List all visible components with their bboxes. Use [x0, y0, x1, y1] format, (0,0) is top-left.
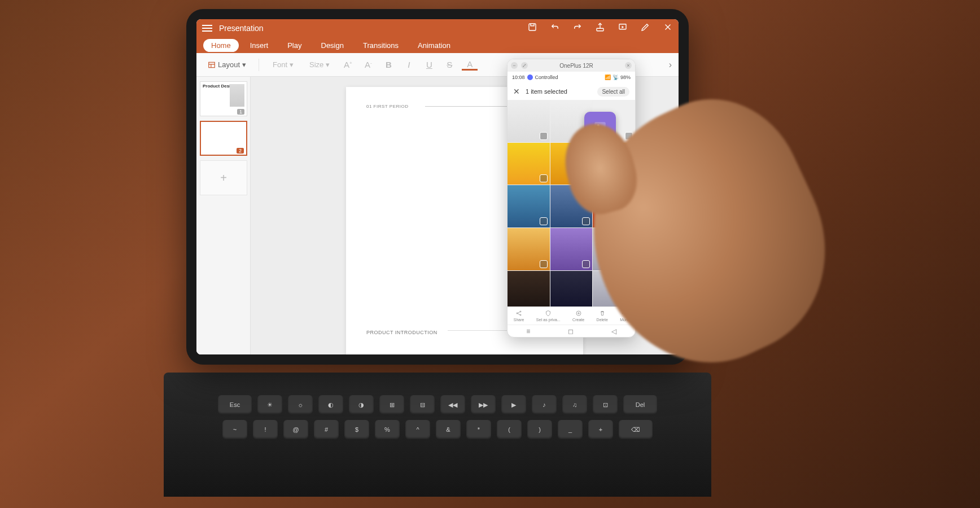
key[interactable]: ⊟ — [410, 395, 435, 414]
increase-font-button[interactable]: A+ — [340, 60, 356, 69]
key[interactable]: ⌫ — [619, 420, 653, 439]
tab-insert[interactable]: Insert — [242, 39, 277, 52]
key[interactable]: ☼ — [288, 395, 313, 414]
key[interactable]: & — [436, 420, 461, 439]
tab-transitions[interactable]: Transitions — [355, 39, 406, 52]
nav-menu-icon[interactable]: ≡ — [526, 327, 530, 335]
close-icon[interactable] — [663, 22, 673, 34]
svg-point-11 — [624, 313, 625, 314]
checkbox-icon[interactable] — [540, 132, 548, 140]
key[interactable]: ◀◀ — [440, 395, 465, 414]
layout-button[interactable]: Layout ▾ — [203, 58, 251, 71]
redo-icon[interactable] — [572, 22, 583, 34]
export-icon[interactable] — [595, 22, 605, 34]
photo-item[interactable] — [593, 228, 635, 270]
key[interactable]: ♪ — [532, 395, 557, 414]
app-title: Presentation — [219, 24, 264, 33]
tab-animation[interactable]: Animation — [410, 39, 458, 52]
key[interactable]: $ — [344, 420, 369, 439]
menu-icon[interactable] — [202, 25, 212, 32]
add-slide-button[interactable]: + — [200, 160, 247, 195]
key[interactable]: # — [314, 420, 339, 439]
undo-icon[interactable] — [550, 22, 560, 34]
edit-icon[interactable] — [640, 22, 650, 34]
tab-design[interactable]: Design — [313, 39, 352, 52]
photo-item[interactable] — [550, 228, 593, 270]
expand-icon[interactable]: ⤢ — [521, 62, 528, 69]
key[interactable]: ⊞ — [379, 395, 404, 414]
key[interactable]: ♫ — [562, 395, 587, 414]
key[interactable]: ( — [497, 420, 522, 439]
nav-home-icon[interactable]: ◻ — [568, 327, 574, 335]
photo-item[interactable] — [550, 271, 593, 306]
key[interactable]: * — [466, 420, 491, 439]
underline-button[interactable]: U — [421, 60, 437, 69]
photo-item[interactable] — [550, 185, 593, 227]
delete-button[interactable]: Delete — [597, 310, 608, 322]
checkbox-icon[interactable] — [582, 260, 590, 268]
checkbox-icon[interactable] — [540, 217, 548, 225]
key[interactable]: Del — [623, 395, 657, 414]
key[interactable]: Esc — [218, 395, 252, 414]
photo-item[interactable] — [593, 185, 635, 227]
key[interactable]: ▶ — [501, 395, 526, 414]
checkbox-icon[interactable] — [540, 174, 548, 182]
photo-item[interactable] — [508, 185, 550, 227]
key[interactable]: ⊡ — [593, 395, 618, 414]
key[interactable]: ☀ — [257, 395, 282, 414]
tab-home[interactable]: Home — [203, 39, 239, 52]
bold-button[interactable]: B — [380, 60, 396, 69]
key[interactable]: % — [375, 420, 400, 439]
tab-play[interactable]: Play — [279, 39, 309, 52]
photo-item[interactable] — [593, 271, 635, 306]
minimize-icon[interactable]: − — [511, 62, 518, 69]
checkbox-icon[interactable] — [625, 260, 633, 268]
checkbox-icon[interactable] — [582, 174, 590, 182]
checkbox-icon[interactable] — [582, 217, 590, 225]
photo-item[interactable] — [593, 143, 635, 185]
slide-thumb-1[interactable]: Product Design 1 — [200, 81, 247, 116]
font-color-button[interactable]: A — [462, 59, 478, 71]
key[interactable]: ▶▶ — [471, 395, 496, 414]
set-private-button[interactable]: Set as priva... — [536, 310, 561, 322]
checkbox-icon[interactable] — [625, 217, 633, 225]
create-button[interactable]: Create — [572, 310, 584, 322]
key[interactable]: @ — [283, 420, 308, 439]
photo-item[interactable] — [508, 143, 550, 185]
key[interactable]: ^ — [405, 420, 430, 439]
thumb-image — [230, 84, 244, 107]
toolbar-more-icon[interactable]: › — [669, 60, 672, 70]
divider — [259, 59, 259, 71]
photo-item[interactable] — [550, 143, 593, 185]
strikethrough-button[interactable]: S — [441, 60, 457, 69]
decrease-font-button[interactable]: A- — [360, 60, 376, 69]
key[interactable]: ~ — [222, 420, 247, 439]
font-selector[interactable]: Font ▾ — [267, 58, 299, 71]
key[interactable]: ) — [527, 420, 552, 439]
save-icon[interactable] — [527, 22, 537, 34]
phone-mirror-popup[interactable]: − ⤢ OnePlus 12R × 10:08 Controlled 📶 📡 9… — [507, 59, 636, 338]
key[interactable]: ◐ — [318, 395, 343, 414]
photo-item[interactable] — [508, 271, 550, 306]
share-button[interactable]: Share — [514, 310, 524, 322]
present-icon[interactable] — [618, 22, 628, 34]
close-icon[interactable]: × — [625, 62, 632, 69]
thumb-number: 2 — [237, 148, 244, 154]
key[interactable]: ! — [253, 420, 278, 439]
key[interactable]: _ — [558, 420, 583, 439]
nav-back-icon[interactable]: ◁ — [611, 327, 616, 335]
photo-item[interactable] — [508, 100, 550, 142]
key[interactable]: + — [588, 420, 613, 439]
italic-button[interactable]: I — [401, 60, 417, 69]
size-selector[interactable]: Size ▾ — [304, 58, 335, 71]
size-label: Size — [309, 60, 323, 69]
cancel-selection-icon[interactable]: ✕ — [513, 87, 520, 96]
checkbox-icon[interactable] — [625, 132, 633, 140]
select-all-button[interactable]: Select all — [597, 87, 629, 97]
more-button[interactable]: More — [620, 310, 629, 322]
key[interactable]: ◑ — [349, 395, 374, 414]
photo-item[interactable] — [508, 228, 550, 270]
checkbox-icon[interactable] — [625, 174, 633, 182]
slide-thumb-2[interactable]: 2 — [200, 121, 247, 156]
checkbox-icon[interactable] — [540, 260, 548, 268]
